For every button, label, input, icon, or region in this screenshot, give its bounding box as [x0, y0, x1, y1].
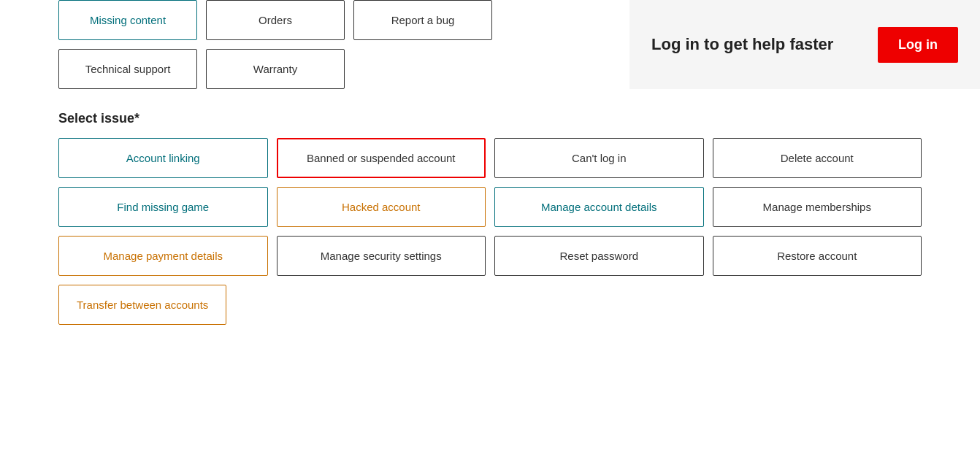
- report-bug-button[interactable]: Report a bug: [353, 0, 492, 40]
- select-issue-label: Select issue*: [58, 111, 922, 126]
- login-prompt-text: Log in to get help faster: [651, 34, 878, 55]
- banned-suspended-button[interactable]: Banned or suspended account: [277, 138, 486, 178]
- last-row-buttons: Transfer between accounts: [58, 285, 922, 325]
- delete-account-button[interactable]: Delete account: [713, 138, 922, 178]
- warranty-button[interactable]: Warranty: [206, 49, 345, 89]
- hacked-account-button[interactable]: Hacked account: [277, 187, 486, 227]
- transfer-between-accounts-button[interactable]: Transfer between accounts: [58, 285, 226, 325]
- orders-button[interactable]: Orders: [206, 0, 345, 40]
- manage-account-details-button[interactable]: Manage account details: [494, 187, 704, 227]
- restore-account-button[interactable]: Restore account: [713, 236, 922, 276]
- issues-grid: Account linking Banned or suspended acco…: [58, 138, 922, 276]
- reset-password-button[interactable]: Reset password: [494, 236, 704, 276]
- cant-log-in-button[interactable]: Can't log in: [494, 138, 704, 178]
- manage-security-settings-button[interactable]: Manage security settings: [277, 236, 486, 276]
- technical-support-button[interactable]: Technical support: [58, 49, 197, 89]
- missing-content-button[interactable]: Missing content: [58, 0, 197, 40]
- login-prompt-section: Log in to get help faster Log in: [629, 0, 980, 89]
- main-content: Select issue* Account linking Banned or …: [0, 111, 980, 354]
- login-button[interactable]: Log in: [878, 27, 958, 63]
- find-missing-game-button[interactable]: Find missing game: [58, 187, 268, 227]
- manage-payment-details-button[interactable]: Manage payment details: [58, 236, 268, 276]
- top-buttons-row2: Technical support Warranty: [58, 49, 571, 89]
- top-buttons-row1: Missing content Orders Report a bug: [58, 0, 571, 49]
- account-linking-button[interactable]: Account linking: [58, 138, 268, 178]
- manage-memberships-button[interactable]: Manage memberships: [713, 187, 922, 227]
